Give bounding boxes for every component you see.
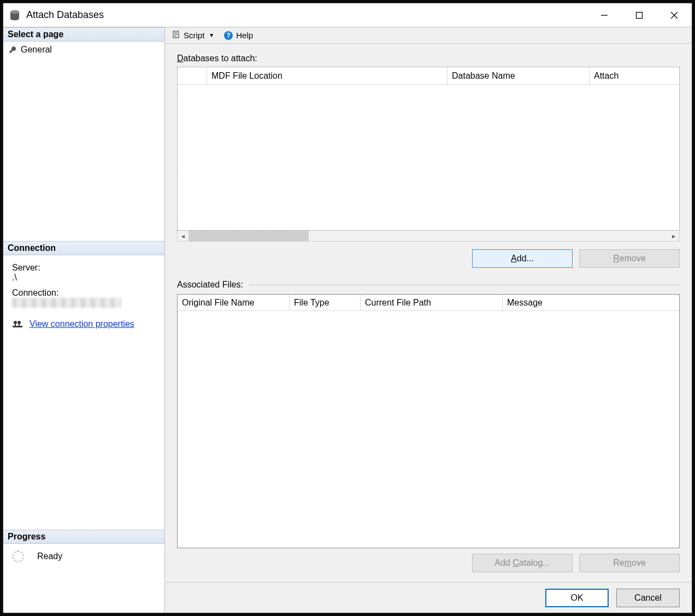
toolbar: Script ▼ ? Help [165, 27, 692, 44]
add-catalog-button[interactable]: Add Catalog... [472, 554, 573, 572]
server-value: .\ [12, 273, 156, 283]
help-button[interactable]: ? Help [221, 30, 256, 41]
dialog-footer: OK Cancel [165, 582, 692, 613]
connection-info: Server: .\ Connection: [3, 255, 164, 335]
cancel-button[interactable]: Cancel [616, 589, 680, 607]
associated-files-label: Associated Files: [177, 280, 243, 290]
remove-button[interactable]: Remove [579, 249, 680, 268]
col-file-type[interactable]: File Type [290, 295, 361, 311]
svg-rect-10 [19, 324, 20, 326]
content-pane: Script ▼ ? Help Databases to attach: [165, 27, 692, 613]
minimize-button[interactable] [587, 3, 622, 27]
script-icon [173, 31, 180, 40]
svg-point-1 [10, 10, 19, 13]
help-icon: ? [224, 31, 233, 40]
col-attach[interactable]: Attach [590, 67, 679, 85]
add-button[interactable]: Add... [472, 249, 573, 268]
connection-properties-icon [12, 319, 23, 330]
sidebar: Select a page General Connection Server:… [3, 27, 165, 613]
scroll-left-icon[interactable]: ◂ [178, 231, 189, 241]
window-title: Attach Databases [26, 9, 587, 21]
chevron-down-icon: ▼ [209, 32, 214, 38]
svg-rect-9 [15, 324, 16, 326]
maximize-button[interactable] [622, 3, 657, 27]
progress-header: Progress [3, 530, 164, 544]
grid-row-selector-header [178, 67, 207, 85]
progress-spinner-icon [12, 550, 24, 562]
databases-to-attach-label: Databases to attach: [177, 54, 680, 63]
page-list: General [3, 42, 164, 241]
col-mdf-file-location[interactable]: MDF File Location [207, 67, 447, 85]
databases-grid[interactable]: MDF File Location Database Name Attach [177, 67, 680, 231]
scroll-thumb[interactable] [189, 231, 309, 241]
page-item-label: General [21, 45, 52, 55]
progress-status: Ready [37, 552, 62, 561]
databases-grid-hscrollbar[interactable]: ◂ ▸ [177, 231, 680, 242]
scroll-right-icon[interactable]: ▸ [668, 231, 679, 241]
divider [249, 285, 680, 285]
remove-file-button[interactable]: Remove [579, 554, 680, 572]
script-label: Script [184, 31, 204, 40]
script-dropdown[interactable]: Script ▼ [169, 30, 217, 41]
connection-value [12, 298, 156, 310]
associated-files-header: Original File Name File Type Current Fil… [178, 295, 679, 311]
col-message[interactable]: Message [503, 295, 679, 311]
scroll-track[interactable] [189, 231, 668, 241]
connection-header: Connection [3, 241, 164, 255]
help-label: Help [236, 31, 253, 40]
wrench-icon [8, 46, 17, 54]
dialog-window: Attach Databases Select a page [3, 3, 692, 613]
col-original-file-name[interactable]: Original File Name [178, 295, 290, 311]
window-controls [587, 3, 692, 27]
close-button[interactable] [657, 3, 692, 27]
titlebar: Attach Databases [3, 3, 692, 27]
database-icon [9, 9, 21, 21]
select-page-header: Select a page [3, 27, 164, 42]
server-label: Server: [12, 263, 156, 273]
col-current-file-path[interactable]: Current File Path [361, 295, 503, 311]
view-connection-properties-link[interactable]: View connection properties [30, 319, 134, 329]
associated-files-grid[interactable]: Original File Name File Type Current Fil… [177, 294, 680, 548]
ok-button[interactable]: OK [545, 589, 609, 607]
page-item-general[interactable]: General [3, 44, 164, 56]
connection-label: Connection: [12, 288, 156, 298]
svg-rect-6 [13, 326, 22, 327]
databases-grid-header: MDF File Location Database Name Attach [178, 67, 679, 85]
col-database-name[interactable]: Database Name [447, 67, 590, 85]
svg-rect-3 [637, 12, 643, 18]
